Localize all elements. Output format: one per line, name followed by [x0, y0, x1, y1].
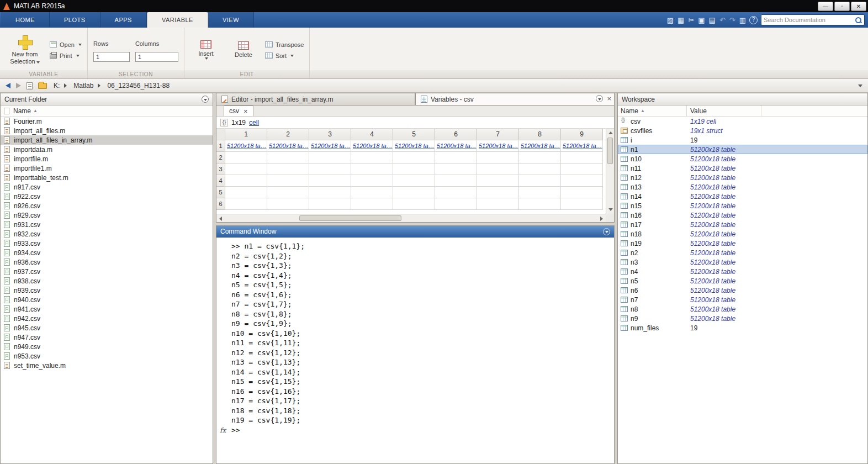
grid-cell[interactable] — [309, 152, 351, 164]
list-item[interactable]: n945.csv — [1, 323, 213, 333]
grid-cell[interactable] — [561, 164, 603, 175]
vertical-scrollbar[interactable] — [606, 129, 614, 214]
close-button[interactable]: ✕ — [851, 2, 866, 11]
value-column-header[interactable]: Value — [687, 106, 761, 116]
list-item[interactable]: n947.csv — [1, 333, 213, 342]
name-column-header[interactable]: Name ▲ — [1, 106, 213, 117]
list-item[interactable]: n931.csv — [1, 220, 213, 229]
grid-cell[interactable]: 51200x18 ta… — [225, 140, 267, 152]
table-row[interactable]: i 19 — [618, 135, 867, 145]
list-item[interactable]: Fourier.m — [1, 117, 213, 126]
grid-cell[interactable] — [267, 164, 309, 175]
cell-value-link[interactable]: 51200x18 ta… — [353, 143, 393, 149]
table-row[interactable]: n11 51200x18 table — [618, 164, 867, 173]
print-icon[interactable]: ▥ — [739, 17, 746, 24]
panel-menu-icon[interactable] — [596, 95, 603, 102]
rows-input[interactable] — [93, 52, 130, 62]
table-row[interactable]: num_files 19 — [618, 323, 867, 333]
grid-cell[interactable] — [477, 187, 519, 198]
close-icon[interactable]: × — [607, 95, 611, 102]
grid-cell[interactable] — [309, 164, 351, 175]
copy-icon[interactable]: ▣ — [698, 17, 705, 24]
grid-column-header[interactable]: 9 — [561, 129, 603, 140]
grid-cell[interactable] — [225, 152, 267, 164]
grid-cell[interactable] — [435, 164, 477, 175]
list-item[interactable]: n953.csv — [1, 351, 213, 361]
grid-cell[interactable] — [393, 175, 435, 187]
table-row[interactable]: n14 51200x18 table — [618, 192, 867, 201]
grid-cell[interactable]: 51200x18 ta… — [351, 140, 393, 152]
command-window-body[interactable]: >> n1 = csv{1,1}; n2 = csv{1,2}; n3 = cs… — [216, 238, 614, 463]
cell-value-link[interactable]: 51200x18 ta… — [311, 143, 351, 149]
grid-cell[interactable] — [267, 175, 309, 187]
grid-column-header[interactable]: 6 — [435, 129, 477, 140]
print-variable-button[interactable]: Print — [50, 52, 82, 59]
grid-cell[interactable] — [267, 198, 309, 210]
grid-cell[interactable] — [309, 187, 351, 198]
table-row[interactable]: csv 1x19 cell — [618, 117, 867, 126]
grid-cell[interactable] — [561, 198, 603, 210]
name-column-header[interactable]: Name ▲ — [618, 106, 687, 116]
grid-row-header[interactable]: 4 — [216, 175, 225, 187]
grid-cell[interactable] — [477, 198, 519, 210]
grid-cell[interactable] — [225, 198, 267, 210]
grid-cell[interactable] — [393, 152, 435, 164]
grid-column-header[interactable]: 7 — [477, 129, 519, 140]
table-row[interactable]: csvfiles 19x1 struct — [618, 126, 867, 135]
table-row[interactable]: n5 51200x18 table — [618, 276, 867, 286]
cut-icon[interactable]: ✂ — [688, 17, 694, 24]
cell-value-link[interactable]: 51200x18 ta… — [479, 143, 518, 149]
cell-value-link[interactable]: 51200x18 ta… — [521, 143, 560, 149]
search-input[interactable] — [764, 15, 855, 24]
list-item[interactable]: n937.csv — [1, 267, 213, 276]
insert-button[interactable]: Insert — [190, 39, 222, 61]
breadcrumb-item[interactable]: K: — [52, 81, 72, 91]
grid-cell[interactable]: 51200x18 ta… — [309, 140, 351, 152]
grid-cell[interactable] — [393, 164, 435, 175]
grid-cell[interactable] — [351, 187, 393, 198]
grid-cell[interactable] — [519, 152, 561, 164]
list-item[interactable]: n942.csv — [1, 314, 213, 323]
horizontal-scrollbar[interactable] — [216, 214, 606, 222]
transpose-button[interactable]: Transpose — [265, 41, 304, 48]
list-item[interactable]: n941.csv — [1, 304, 213, 314]
grid-cell[interactable] — [351, 152, 393, 164]
list-item[interactable]: n939.csv — [1, 286, 213, 295]
table-row[interactable]: n4 51200x18 table — [618, 267, 867, 276]
grid-cell[interactable] — [519, 164, 561, 175]
list-item[interactable]: importdata.m — [1, 145, 213, 154]
grid-row-header[interactable]: 5 — [216, 187, 225, 198]
grid-cell[interactable] — [351, 198, 393, 210]
table-row[interactable]: n13 51200x18 table — [618, 182, 867, 192]
ribbon-tab[interactable]: APPS — [100, 12, 147, 28]
grid-cell[interactable] — [351, 175, 393, 187]
table-row[interactable]: n10 51200x18 table — [618, 154, 867, 164]
grid-cell[interactable] — [225, 175, 267, 187]
scrollbar-thumb[interactable] — [607, 138, 613, 164]
grid-column-header[interactable]: 1 — [225, 129, 267, 140]
grid-cell[interactable]: 51200x18 ta… — [393, 140, 435, 152]
grid-cell[interactable] — [477, 175, 519, 187]
grid-cell[interactable] — [309, 175, 351, 187]
grid-row-header[interactable]: 3 — [216, 164, 225, 175]
breadcrumb-item[interactable]: 06_123456_H131-88 — [106, 81, 171, 91]
list-item[interactable]: importfile1.m — [1, 164, 213, 173]
table-row[interactable]: n16 51200x18 table — [618, 210, 867, 220]
find-files-icon[interactable] — [27, 82, 33, 89]
cell-value-link[interactable]: 51200x18 ta… — [395, 143, 435, 149]
list-item[interactable]: import_all_files_in_array.m — [1, 135, 213, 145]
scroll-up-icon[interactable] — [608, 131, 613, 134]
ribbon-tab[interactable]: VARIABLE — [147, 12, 208, 28]
close-icon[interactable]: × — [244, 108, 248, 115]
list-item[interactable]: n932.csv — [1, 229, 213, 239]
list-item[interactable]: importtable_test.m — [1, 173, 213, 182]
list-item[interactable]: n933.csv — [1, 239, 213, 248]
list-item[interactable]: n940.csv — [1, 295, 213, 304]
redo-icon[interactable]: ↷ — [729, 17, 735, 24]
grid-cell[interactable] — [519, 175, 561, 187]
table-row[interactable]: n8 51200x18 table — [618, 304, 867, 314]
ribbon-tab[interactable]: PLOTS — [50, 12, 100, 28]
list-item[interactable]: n938.csv — [1, 276, 213, 286]
table-row[interactable]: n2 51200x18 table — [618, 248, 867, 257]
table-row[interactable]: n3 51200x18 table — [618, 257, 867, 267]
